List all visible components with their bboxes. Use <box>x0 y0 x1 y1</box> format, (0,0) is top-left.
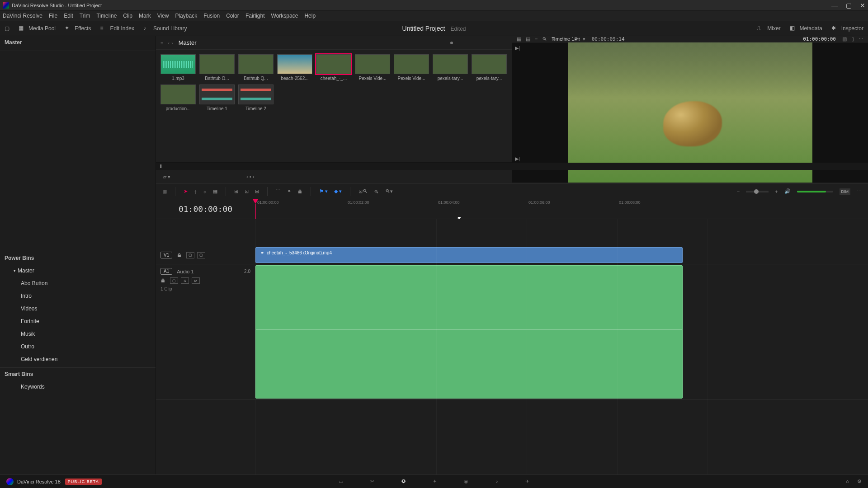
volume-slider[interactable] <box>797 191 833 192</box>
menu-timeline[interactable]: Timeline <box>96 13 117 19</box>
bypass-button[interactable]: ▧ <box>842 36 847 42</box>
link-button[interactable]: ⚭ <box>287 188 291 194</box>
auto-select-v1[interactable]: ▢ <box>186 252 194 258</box>
menu-playback[interactable]: Playback <box>175 13 197 19</box>
clip-thumbnail[interactable]: pexels-tary... <box>472 54 507 81</box>
match-frame-buttons[interactable]: ‹ • › <box>246 174 254 179</box>
snap-button[interactable]: ⌒ <box>276 188 281 195</box>
menu-view[interactable]: View <box>157 13 169 19</box>
project-settings-button[interactable]: ⚙ <box>857 479 862 484</box>
menu-davinci-resolve[interactable]: DaVinci Resolve <box>3 13 42 19</box>
clip-thumbnail[interactable]: production... <box>160 84 196 111</box>
timeline-options-button[interactable]: ⋯ <box>857 188 862 194</box>
audio-clip[interactable] <box>255 265 683 399</box>
nav-back[interactable]: ‹ <box>168 40 170 46</box>
zoom-slider[interactable] <box>746 191 769 192</box>
video-clip[interactable]: ⚭cheetah_-_53486 (Original).mp4 <box>255 247 683 263</box>
media-page-button[interactable]: ▭ <box>339 479 343 484</box>
jog-bar[interactable] <box>156 163 868 170</box>
search-button[interactable]: 🔍︎ <box>542 36 547 42</box>
viewer[interactable]: ▶| ▶| <box>512 42 868 183</box>
fusion-page-button[interactable]: ✦ <box>433 479 437 484</box>
clip-thumbnail[interactable]: beach-2562... <box>277 54 312 81</box>
marker-button[interactable]: ◆ ▾ <box>334 188 342 194</box>
menu-workspace[interactable]: Workspace <box>271 13 298 19</box>
mixer-toggle[interactable]: ⎍Mixer <box>757 25 780 32</box>
options-button[interactable]: ⋯ <box>859 36 863 42</box>
auto-select-a1[interactable]: ▢ <box>170 277 178 284</box>
solo-a1[interactable]: S <box>181 277 189 284</box>
enable-v1[interactable]: ▢ <box>197 252 205 258</box>
power-bins-header[interactable]: Power Bins <box>0 252 156 264</box>
monitor-button[interactable]: 🔊 <box>784 188 791 194</box>
power-bin-item[interactable]: Fortnite <box>0 315 156 328</box>
thumbs-view-button[interactable]: ▦ <box>517 36 521 42</box>
lock-a1-icon[interactable]: 🔒︎ <box>160 278 165 283</box>
smart-bins-header[interactable]: Smart Bins <box>0 368 156 380</box>
list-view-button[interactable]: ≡ <box>535 36 538 42</box>
menu-mark[interactable]: Mark <box>139 13 151 19</box>
power-bin-item[interactable]: Abo Button <box>0 277 156 290</box>
single-viewer-button[interactable]: ▯ <box>851 36 854 42</box>
power-bin-item[interactable]: Musik <box>0 328 156 340</box>
clip-thumbnail[interactable]: Bathtub O... <box>199 54 235 81</box>
dynamic-trim-tool[interactable]: ⟐ <box>203 189 207 194</box>
mute-a1[interactable]: M <box>192 277 200 284</box>
power-bin-item[interactable]: Videos <box>0 302 156 315</box>
timeline-name[interactable]: Timeline 1 ▾ <box>552 36 578 42</box>
zoom-dropdown-icon[interactable]: ▾ <box>583 36 585 42</box>
zoom-detail-button[interactable]: 🔍︎ <box>374 189 379 194</box>
menu-edit[interactable]: Edit <box>64 13 73 19</box>
clip-thumbnail[interactable]: Pexels Vide... <box>394 54 429 81</box>
zoom-custom-button[interactable]: 🔍︎▾ <box>385 188 393 194</box>
menu-help[interactable]: Help <box>304 13 316 19</box>
home-button[interactable]: ⌂ <box>846 479 849 484</box>
menu-color[interactable]: Color <box>226 13 239 19</box>
blade-tool[interactable]: ▦ <box>213 188 217 194</box>
insert-button[interactable]: ⊞ <box>234 188 238 194</box>
clip-thumbnail[interactable]: cheetah_-_... <box>316 54 351 81</box>
clip-thumbnail[interactable]: Timeline 2 <box>238 84 274 111</box>
metadata-toggle[interactable]: ◧Metadata <box>790 25 822 32</box>
transform-overlay-button[interactable]: ▱ ▾ <box>163 174 170 180</box>
goto-out-icon[interactable]: ▶| <box>515 156 520 162</box>
overwrite-button[interactable]: ⊡ <box>245 188 249 194</box>
clip-thumbnail[interactable]: Pexels Vide... <box>355 54 390 81</box>
replace-button[interactable]: ⊟ <box>255 188 259 194</box>
lock-icon[interactable]: 🔒︎ <box>177 253 182 258</box>
menu-clip[interactable]: Clip <box>123 13 132 19</box>
dim-button[interactable]: DIM <box>840 188 851 195</box>
goto-in-icon[interactable]: ▶| <box>515 45 520 51</box>
zoom-out-button[interactable]: − <box>737 189 740 194</box>
fullscreen-button[interactable]: ▢ <box>5 25 9 32</box>
menu-fusion[interactable]: Fusion <box>203 13 220 19</box>
inspector-toggle[interactable]: ✱Inspector <box>831 25 863 32</box>
menu-file[interactable]: File <box>49 13 57 19</box>
maximize-button[interactable]: ▢ <box>846 2 852 9</box>
close-button[interactable]: ✕ <box>860 2 865 9</box>
nav-fwd[interactable]: › <box>171 40 173 46</box>
sound-library-toggle[interactable]: ♪Sound Library <box>143 25 187 32</box>
edit-index-toggle[interactable]: ≡Edit Index <box>100 25 134 32</box>
cut-page-button[interactable]: ✂ <box>370 479 374 484</box>
lock-button[interactable]: 🔒︎ <box>297 189 302 194</box>
master-bin[interactable]: Master <box>0 36 156 49</box>
timeline-tracks[interactable]: ⚭cheetah_-_53486 (Original).mp4 <box>255 219 868 474</box>
effects-toggle[interactable]: ✦Effects <box>65 25 91 32</box>
zoom-in-button[interactable]: + <box>775 189 778 194</box>
v1-tag[interactable]: V1 <box>160 252 172 258</box>
clip-thumbnail[interactable]: 1.mp3 <box>160 54 196 81</box>
strip-view-button[interactable]: ▤ <box>526 36 530 42</box>
power-bin-item[interactable]: Outro <box>0 340 156 353</box>
clip-thumbnail[interactable]: Timeline 1 <box>199 84 235 111</box>
clip-thumbnail[interactable]: pexels-tary... <box>433 54 468 81</box>
timeline-timecode[interactable]: 01:00:00:00 <box>156 199 255 219</box>
selection-tool[interactable]: ➤ <box>184 188 188 194</box>
zoom-full-button[interactable]: ⊡🔍︎ <box>359 188 368 194</box>
media-pool-toggle[interactable]: ▦Media Pool <box>19 25 56 32</box>
power-bin-item[interactable]: Geld verdienen <box>0 353 156 366</box>
smart-bin-item[interactable]: Keywords <box>0 380 156 393</box>
edit-page-button[interactable]: ✪ <box>401 479 406 484</box>
audio-track-header-a1[interactable]: A1 Audio 1 2.0 🔒︎ ▢ S M 1 Cl <box>156 264 255 400</box>
trim-tool[interactable]: ⟊ <box>194 189 197 194</box>
